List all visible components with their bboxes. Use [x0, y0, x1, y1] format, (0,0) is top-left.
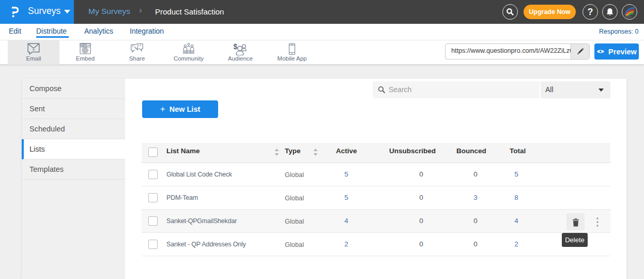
svg-text:$: $	[234, 43, 238, 51]
